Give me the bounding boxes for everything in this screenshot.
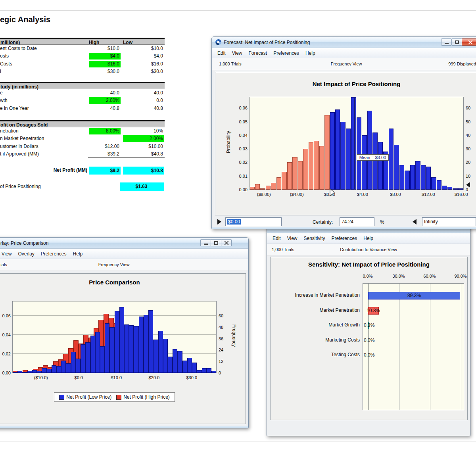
histogram-bar [309,142,313,190]
menu-item-preferences[interactable]: Preferences [273,50,299,56]
certainty-grabber-right[interactable] [466,182,470,188]
x-axis-tick-label: ($8.00) [257,192,271,197]
y-axis-tick-label: 0.03 [239,146,248,151]
overlay-titlebar[interactable]: Overlay: Price Comparison [0,238,248,249]
cell-low: 40.0 [123,90,164,96]
histogram-bar [372,132,377,190]
histogram-bar [47,369,52,373]
bottom-divider [0,441,476,441]
histogram-bar [357,117,361,190]
scale-tick-label: 90.0% [454,274,466,278]
menu-item-view[interactable]: View [2,251,12,257]
histogram-bar [410,165,415,190]
histogram-bar [163,339,168,373]
close-button[interactable] [462,38,476,46]
certainty-field[interactable]: 74.24 [340,217,374,226]
legend-item: Net Profit (Low Price) [59,394,111,400]
histogram-bar [437,180,441,190]
overlay-chart-title: Price Comparison [12,279,217,286]
row-label: Costs [0,61,12,67]
histogram-bar [255,184,260,190]
histogram-bar [453,188,457,190]
histogram-bar [37,371,42,373]
histogram-bar [458,188,463,190]
histogram-bar [421,165,426,190]
x-axis-tick-label: $12.00 [422,192,435,197]
menu-item-preferences[interactable]: Preferences [332,236,357,241]
sensitivity-row-label: Market Penetration [320,307,360,313]
series-bars-0 [13,301,216,373]
cell-high: $16.0 [89,61,121,67]
cell-low: $16.0 [123,61,164,67]
histogram-bar [394,145,399,190]
histogram-bar [124,324,129,373]
histogram-bar [134,326,138,373]
histogram-bar [330,112,335,190]
menu-item-view[interactable]: View [232,50,242,56]
histogram-bar [389,129,393,190]
cell-high: $4.0 [89,53,121,60]
legend-swatch [116,395,121,400]
histogram-bar [13,372,17,373]
histogram-bar [158,331,163,373]
maximize-button[interactable] [211,239,221,246]
gridline [461,284,461,410]
histogram-bar [17,371,22,373]
forecast-plot: 0.060.050.040.030.020.010.00605040302010… [249,97,464,190]
menu-item-help[interactable]: Help [73,251,83,257]
x-axis-tick-label: $30.0 [186,375,197,380]
close-button[interactable] [221,239,232,246]
legend-label: Net Profit (Low Price) [66,394,111,400]
window-frame [212,227,476,229]
histogram-bar [298,161,303,190]
row-label: t if Approved (MM) [0,151,39,157]
histogram-bar [346,129,351,190]
y-axis-tick-label: 0.02 [239,160,248,165]
spreadsheet: egic Analysis millions)HighLowent Costs … [0,0,171,198]
forecast-titlebar[interactable]: Forecast: Net Impact of Price Positionin… [212,37,476,48]
cell-low: 10% [123,128,164,134]
row-label: e in One Year [0,106,29,111]
minimize-button[interactable] [441,38,452,46]
x-axis-tick-label: $4.00 [357,192,368,197]
range-max-field[interactable]: Infinity [422,217,476,226]
sensitivity-value: 0.0% [364,338,374,343]
cell-low: 0.0 [123,97,164,104]
impact-label: of Price Positioning [0,184,41,189]
overlay-window-title: Overlay: Price Comparison [0,240,48,246]
histogram-bar [431,177,436,190]
range-arrow-left[interactable] [217,219,221,225]
row-label: ustomer in Dollars [0,144,38,149]
histogram-bar [105,323,109,373]
histogram-bar [405,171,409,190]
menu-item-help[interactable]: Help [363,236,373,241]
mean-line [354,97,355,190]
menu-item-sensitivity[interactable]: Sensitivity [303,236,325,241]
sheet-title: egic Analysis [0,15,50,24]
histogram-bar [282,172,286,190]
forecast-window: Forecast: Net Impact of Price Positionin… [211,36,476,229]
gridline [368,284,369,410]
frequency-tick-label: 60 [219,313,223,318]
menu-item-preferences[interactable]: Preferences [41,251,67,257]
range-arrow-right[interactable] [413,219,416,225]
certainty-grabber-left[interactable] [330,188,335,198]
histogram-bar [362,135,367,190]
histogram-bar [71,352,76,373]
histogram-bar [144,315,148,373]
row-label: l [0,69,1,74]
menu-item-view[interactable]: View [287,236,298,241]
menu-item-help[interactable]: Help [305,50,315,56]
menu-item-edit[interactable]: Edit [273,236,281,241]
range-min-field[interactable]: $0.00 [225,217,282,226]
menu-item-overlay[interactable]: Overlay [18,251,34,257]
menu-item-forecast[interactable]: Forecast [248,50,267,56]
cell-high: $12.00 [89,143,121,150]
sensitivity-value: 89.3% [368,293,460,298]
histogram-bar [139,317,144,373]
sensitivity-row-label: Testing Costs [331,352,360,357]
minimize-button[interactable] [200,239,211,246]
menu-item-edit[interactable]: Edit [217,50,226,56]
sensitivity-window: EditViewSensitivityPreferencesHelp 1,000… [267,222,470,436]
maximize-button[interactable] [451,38,462,46]
